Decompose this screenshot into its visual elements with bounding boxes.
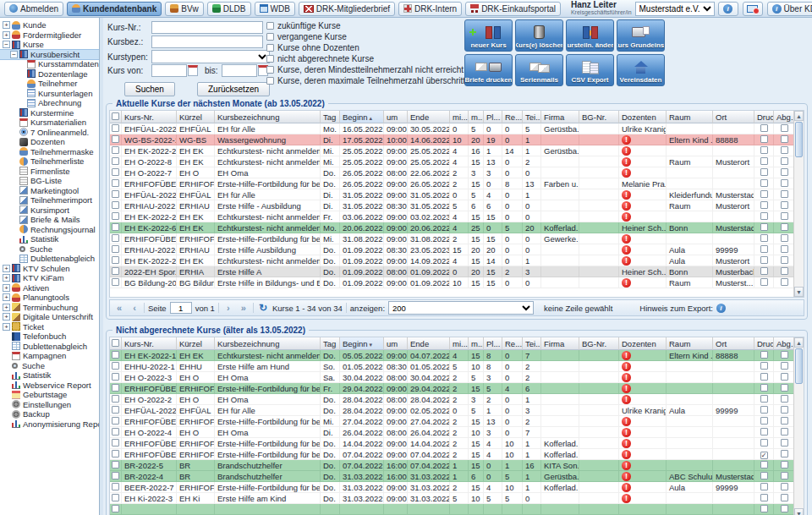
druck-checkbox[interactable] (760, 417, 768, 425)
column-header-re[interactable]: Re... (502, 337, 523, 350)
table-row[interactable]: BG Bildung-20...BG Bildung...Erste Hilfe… (110, 277, 793, 288)
column-header-tag[interactable]: Tag (321, 337, 340, 350)
sidebar-item-aktiven[interactable]: +Aktiven (0, 283, 99, 293)
column-header-mi[interactable]: mi... (450, 337, 469, 350)
abg-checkbox[interactable] (781, 417, 788, 425)
table-row[interactable]: WG-BS-2022-1WG-BSWassergewöhnungDi.17.05… (110, 134, 793, 145)
tree-expander[interactable]: + (3, 284, 10, 292)
row-checkbox[interactable] (112, 505, 119, 512)
column-header-raum[interactable]: Raum (667, 111, 713, 123)
druck-checkbox[interactable] (760, 212, 768, 220)
column-header-kuerzel[interactable]: Kürzel (177, 337, 215, 350)
row-checkbox[interactable] (112, 428, 119, 436)
table-row[interactable]: ERHIFOFÜBE...ERHIFOF...Erste-Hilfe-Fortb… (110, 416, 793, 427)
action-briefe-drucken[interactable]: Briefe drucken (464, 54, 513, 86)
column-header-beginn[interactable]: Beginn▾ (340, 337, 384, 350)
column-header-re[interactable]: Re... (502, 111, 523, 123)
column-header-raum[interactable]: Raum (667, 337, 713, 350)
sidebar-item-terminbuchung[interactable]: +Terminbuchung (0, 303, 99, 313)
sidebar-item-briefe-mails[interactable]: Briefe & Mails (0, 215, 99, 225)
abg-checkbox[interactable] (781, 428, 788, 436)
scroll-down-arrow[interactable]: ▼ (794, 287, 804, 297)
page-size-select[interactable]: 200 (388, 301, 534, 315)
column-header-bg-nr[interactable]: BG-Nr. (579, 337, 619, 350)
column-header-firma[interactable]: Firma (541, 337, 579, 350)
page-input[interactable] (170, 302, 192, 314)
sidebar-item-bg-liste[interactable]: BG-Liste (0, 176, 99, 186)
column-header-ende[interactable]: Ende (408, 111, 450, 123)
checkbox-icon[interactable] (266, 55, 274, 63)
abg-checkbox[interactable] (781, 494, 788, 501)
row-checkbox[interactable] (112, 483, 119, 490)
sidebar-item-statistik[interactable]: Statistik (0, 234, 99, 244)
sidebar-item-geburtstage[interactable]: Geburtstage (0, 390, 99, 400)
table-row[interactable]: EHHU-2022-1EHHUErste Hilfe am HundSo.01.… (110, 361, 793, 372)
column-header-ort[interactable]: Ort (713, 337, 754, 350)
column-header-um[interactable]: um (384, 111, 408, 123)
sidebar-item-kurstermine[interactable]: Kurstermine (0, 108, 99, 118)
prev-page-button[interactable]: ‹ (129, 302, 140, 314)
druck-checkbox[interactable] (760, 373, 768, 381)
column-header-kuerzel[interactable]: Kürzel (177, 111, 215, 123)
scroll-down-arrow[interactable]: ▼ (794, 508, 804, 515)
last-page-button[interactable]: » (238, 302, 250, 314)
row-checkbox[interactable] (112, 439, 119, 447)
column-header-druck[interactable]: Druck (754, 337, 774, 350)
druck-checkbox[interactable]: ✓ (760, 452, 768, 459)
tree-expander[interactable]: + (3, 31, 10, 39)
sidebar-item-teilnehmer[interactable]: Teilnehmer (0, 79, 99, 89)
table-row[interactable]: EH EK-2022-25EH EKEchtkurstest- nicht an… (110, 211, 793, 222)
abg-checkbox[interactable] (781, 168, 788, 176)
vertical-scrollbar[interactable]: ▲ ▼ (793, 111, 804, 297)
abg-checkbox[interactable] (781, 201, 788, 209)
column-header-abg[interactable]: Abg... (774, 111, 793, 123)
sidebar-item-ktv-kifam[interactable]: +KTV KiFam (0, 273, 99, 283)
abg-checkbox[interactable] (781, 245, 788, 253)
tree-expander[interactable]: − (10, 51, 18, 58)
druck-checkbox[interactable] (760, 351, 768, 359)
druck-checkbox[interactable] (760, 223, 768, 231)
row-checkbox[interactable] (112, 190, 119, 198)
about-kdb-button[interactable]: i Über KDB ▾ (767, 2, 812, 16)
kursnr-input[interactable] (151, 21, 263, 34)
table-row[interactable]: EH EK-2022-28EH EKEchtkurstest- nicht an… (110, 145, 793, 156)
table-row[interactable]: EHFÜAL-2022...EHFÜALEH für AlleDi.31.05.… (110, 189, 793, 200)
calendar-icon[interactable] (188, 65, 198, 76)
abg-checkbox[interactable] (781, 190, 788, 198)
sidebar-item-teilnehmerliste[interactable]: Teilnehmerliste (0, 156, 99, 167)
abg-checkbox[interactable] (781, 267, 788, 275)
abg-checkbox[interactable] (781, 439, 788, 447)
vertical-scrollbar[interactable]: ▲ ▼ (793, 337, 804, 515)
action-serienmails[interactable]: Serienmails (515, 54, 563, 86)
druck-checkbox[interactable] (760, 461, 768, 468)
toolbar-button-wdb[interactable]: WDB (255, 2, 295, 16)
abg-checkbox[interactable] (781, 179, 788, 187)
row-checkbox[interactable] (112, 124, 119, 132)
row-checkbox[interactable] (112, 234, 119, 242)
abg-checkbox[interactable] (781, 212, 788, 220)
row-checkbox[interactable] (112, 179, 119, 187)
abg-checkbox[interactable] (781, 351, 788, 359)
table-row[interactable]: BEER-2022-7ERHIFOF...Erste-Hilfe-Fortbil… (110, 482, 793, 493)
column-header-dozenten[interactable]: Dozenten (619, 111, 667, 123)
abg-checkbox[interactable] (781, 135, 788, 143)
export-info-icon[interactable]: i (716, 304, 726, 313)
sidebar-item-telefonbuch[interactable]: Telefonbuch (0, 331, 99, 342)
sidebar-item-kursimport[interactable]: Kursimport (0, 205, 99, 216)
abg-checkbox[interactable] (781, 373, 788, 381)
druck-checkbox[interactable] (760, 245, 768, 253)
tree-expander[interactable]: + (3, 21, 10, 29)
sidebar-item-dozentenlage[interactable]: Dozentenlage (0, 69, 99, 79)
table-row[interactable]: EH O-2022-3EH OEH OmaSa.30.04.202208:003… (110, 372, 793, 383)
druck-checkbox[interactable] (760, 439, 768, 447)
column-header-ende[interactable]: Ende (408, 337, 450, 350)
row-checkbox[interactable] (112, 278, 119, 286)
abg-checkbox[interactable] (781, 395, 788, 403)
druck-checkbox[interactable] (760, 362, 768, 370)
refresh-button[interactable]: ↻ (257, 302, 269, 314)
tree-expander[interactable]: + (3, 313, 10, 321)
column-header-um[interactable]: um (384, 337, 408, 350)
column-header-tei[interactable]: Tei... (523, 111, 541, 123)
druck-checkbox[interactable] (760, 406, 768, 414)
sidebar-item-kursuebersicht[interactable]: −Kursübersicht (0, 50, 99, 60)
